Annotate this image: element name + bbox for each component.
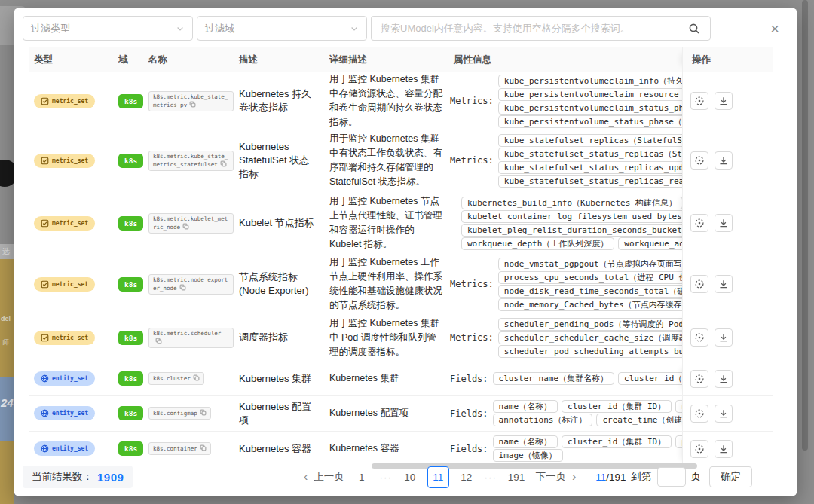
download-button[interactable] [715,151,733,170]
background-blue-panel: 24 [0,377,14,441]
attributes-cell: Fields:name（名称）cluster_id（集群 ID）namespac… [448,396,682,431]
copy-icon[interactable] [179,284,186,291]
model-id-tag[interactable]: k8s.metric.kube_state_metrics_statefulse… [148,151,234,171]
type-badge: metric_set [34,331,95,345]
filter-type-select[interactable]: 过滤类型 [23,16,193,41]
locate-button[interactable] [690,92,708,110]
description-text: 节点系统指标 (Node Exporter) [239,270,324,298]
page-number-button[interactable]: 12 [460,472,473,483]
background-number: 24 [1,396,14,409]
attribute-tag: scheduler_pod_scheduling_attempts_bucket… [498,345,682,358]
locate-icon [694,279,705,289]
search-button[interactable] [678,16,711,41]
prev-page-button[interactable]: ‹上一页 [304,470,344,484]
chevron-left-icon: ‹ [304,471,308,483]
attributes-cell: Metrics:scheduler_pending_pods（等待调度的 Pod… [448,313,682,362]
model-id-tag[interactable]: k8s.metric.kube_state_metrics_pv [148,91,234,111]
name-cell: k8s.metric.kubelet_metric_node [143,191,234,255]
attribute-tag: scheduler_scheduler_cache_size（调度器缓存大小） [498,331,682,344]
operation-cell [682,432,757,466]
attribute-tag-lines: kube_statefulset_replicas（StatefulSet 副本… [498,133,682,188]
attribute-tag: cluster_name（集群名称） [493,372,614,385]
download-button[interactable] [715,275,733,293]
attribute-tag-line: node_disk_read_time_seconds_total（磁盘读取时间… [498,285,682,298]
page-number-button[interactable]: 1 [355,472,369,483]
copy-icon[interactable] [155,338,162,344]
page-jump-input[interactable] [657,467,686,487]
search-input[interactable] [371,16,678,41]
close-icon[interactable]: × [770,21,779,36]
attribute-tag: scheduler_pending_pods（等待调度的 Pod 数量） [498,318,682,331]
download-icon [718,408,729,419]
download-button[interactable] [715,92,733,110]
download-button[interactable] [715,440,733,458]
filter-domain-select[interactable]: 过滤域 [197,16,367,41]
detail-cell: 用于监控 Kubernetes 工作节点上硬件利用率、操作系统性能和基础设施健康… [324,255,448,313]
operation-cell [682,72,757,130]
locate-button[interactable] [690,440,708,458]
download-icon [718,96,729,106]
download-icon [718,332,729,343]
copy-icon[interactable] [193,374,200,381]
copy-icon[interactable] [200,444,207,451]
model-id-text: k8s.metric.scheduler [153,330,221,337]
attribute-tag-lines: node_vmstat_pgpgout（节点虚拟内存页面写出流量）process… [498,257,682,312]
copy-icon[interactable] [189,101,196,108]
column-header-5: 属性信息 [448,47,682,72]
copy-icon[interactable] [200,409,207,416]
table-row: entity_setk8sk8s.containerKubernetes 容器K… [29,432,773,466]
locate-button[interactable] [690,275,708,293]
type-badge-label: entity_set [52,445,88,452]
copy-icon[interactable] [220,160,227,167]
locate-button[interactable] [690,151,708,170]
globe-icon [41,374,49,383]
attribute-tag: cluster_id（集群 ID） [618,372,682,385]
domain-cell: k8s [113,396,143,431]
model-id-tag[interactable]: k8s.configmap [148,407,211,420]
locate-button[interactable] [690,214,708,232]
domain-cell: k8s [113,362,143,395]
model-id-tag[interactable]: k8s.cluster [148,372,204,385]
download-button[interactable] [715,328,733,347]
attribute-tag-line: kube_statefulset_status_replicas_updated… [498,161,682,174]
detail-text: Kubernetes 配置项 [329,406,415,420]
locate-button[interactable] [690,328,708,347]
column-header-2: 名称 [143,47,234,72]
background-scrollbar[interactable] [802,0,808,451]
attribute-tag-line: kube_statefulset_status_replicas_ready（S… [498,175,682,188]
description-cell: Kubernetes 容器 [234,432,324,466]
page-ellipsis: ··· [379,472,393,483]
domain-cell: k8s [113,432,143,466]
next-page-button[interactable]: 下一页› [535,470,576,484]
download-button[interactable] [715,405,733,423]
model-id-tag[interactable]: k8s.metric.scheduler [148,328,234,348]
model-id-tag[interactable]: k8s.metric.kubelet_metric_node [148,213,234,234]
attribute-type-label: Metrics: [450,332,494,343]
umodel-table: 类型域名称描述详细描述属性信息操作 metric_setk8sk8s.metri… [29,47,773,466]
download-button[interactable] [715,370,733,388]
download-button[interactable] [715,214,733,232]
copy-icon[interactable] [182,223,189,230]
type-cell: metric_set [29,72,113,130]
operation-cell [682,313,757,362]
locate-button[interactable] [690,370,708,388]
page-number-button[interactable]: 10 [403,472,417,483]
chevron-down-icon [176,24,185,33]
attribute-tag: annotations（标注） [493,414,593,426]
page-number-button[interactable]: 191 [508,472,525,483]
description-text: Kubernetes 配置项 [239,400,324,427]
model-id-tag[interactable]: k8s.container [148,442,211,455]
check-square-icon [41,157,49,165]
type-badge: metric_set [34,216,95,231]
attribute-type-label: Metrics: [450,155,494,166]
page-number-button[interactable]: 11 [427,466,449,488]
model-id-tag[interactable]: k8s.metric.node_exporter_node [148,274,234,295]
locate-button[interactable] [690,405,708,423]
attribute-tag-lines: kubernetes_build_info（Kubernetes 构建信息）up… [461,196,682,251]
background-text-fragment: del [1,315,11,322]
total-pages: /191 [606,472,626,483]
search-bar [371,16,711,41]
detail-text: 用于监控 Kubernetes 集群中存储资源状态、容量分配和卷生命周期的持久卷… [329,72,448,130]
detail-cell: 用于监控 Kubernetes 节点上节点代理性能、证书管理和容器运行时操作的 … [324,191,448,255]
confirm-button[interactable]: 确定 [709,466,752,487]
